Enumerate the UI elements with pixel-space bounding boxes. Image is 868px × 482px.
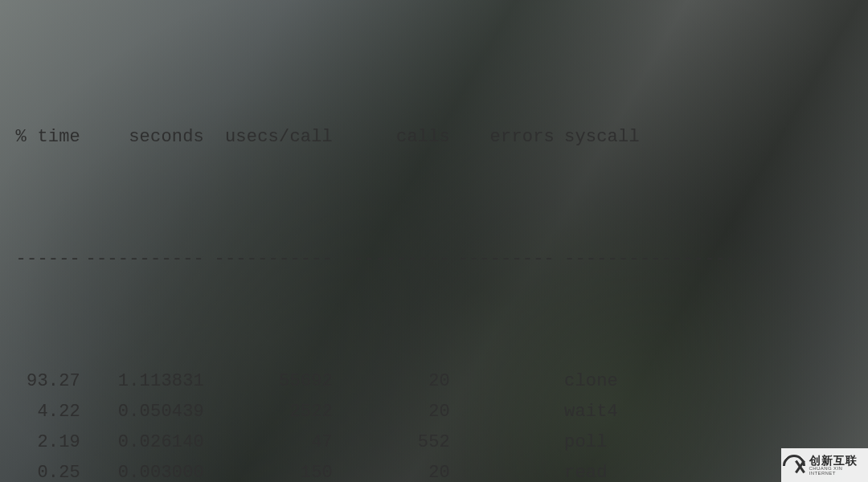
cell-calls: 552 (333, 427, 450, 458)
cell-time: 4.22 (14, 397, 80, 427)
cell-usecs: 47 (204, 427, 333, 458)
table-row: 93.271.1138315569220clone (14, 366, 854, 397)
cell-syscall: wait4 (564, 397, 854, 427)
watermark-icon (781, 455, 805, 476)
cell-errors (450, 397, 555, 427)
cell-usecs: 55692 (204, 366, 333, 397)
dash: ----------- (204, 244, 333, 275)
cell-time: 93.27 (14, 366, 80, 397)
cell-seconds: 0.026140 (80, 427, 204, 458)
dash: --------- (450, 244, 555, 275)
dash: ---------------- (564, 244, 854, 275)
watermark-logo: 创新互联 CHUANG XIN INTERNET (781, 448, 868, 482)
header-row: % time seconds usecs/call calls errors s… (14, 122, 854, 153)
cell-errors (450, 366, 555, 397)
cell-syscall: clone (564, 366, 854, 397)
cell-seconds: 0.003000 (80, 458, 204, 482)
header-seconds: seconds (80, 122, 204, 153)
cell-seconds: 0.050439 (80, 397, 204, 427)
watermark-text-small: CHUANG XIN INTERNET (809, 466, 868, 476)
dash: --------- (333, 244, 450, 275)
header-calls: calls (333, 122, 450, 153)
header-time: % time (14, 122, 80, 153)
cell-calls: 20 (333, 366, 450, 397)
table-row: 4.220.050439252220wait4 (14, 397, 854, 427)
cell-seconds: 1.113831 (80, 366, 204, 397)
table-row: 2.190.02614047552poll (14, 427, 854, 458)
cell-time: 0.25 (14, 458, 80, 482)
cell-usecs: 150 (204, 458, 333, 482)
divider-row: ------ ----------- ----------- ---------… (14, 244, 854, 275)
header-syscall: syscall (564, 122, 854, 153)
cell-time: 2.19 (14, 427, 80, 458)
cell-errors (450, 458, 555, 482)
table-row: 0.250.00300015020read (14, 458, 854, 482)
terminal-output: % time seconds usecs/call calls errors s… (14, 31, 854, 482)
cell-calls: 20 (333, 458, 450, 482)
header-errors: errors (450, 122, 555, 153)
cell-errors (450, 427, 555, 458)
cell-usecs: 2522 (204, 397, 333, 427)
header-usecs: usecs/call (204, 122, 333, 153)
dash: ----------- (80, 244, 204, 275)
watermark-text-big: 创新互联 (809, 455, 868, 466)
cell-calls: 20 (333, 397, 450, 427)
dash: ------ (14, 244, 80, 275)
